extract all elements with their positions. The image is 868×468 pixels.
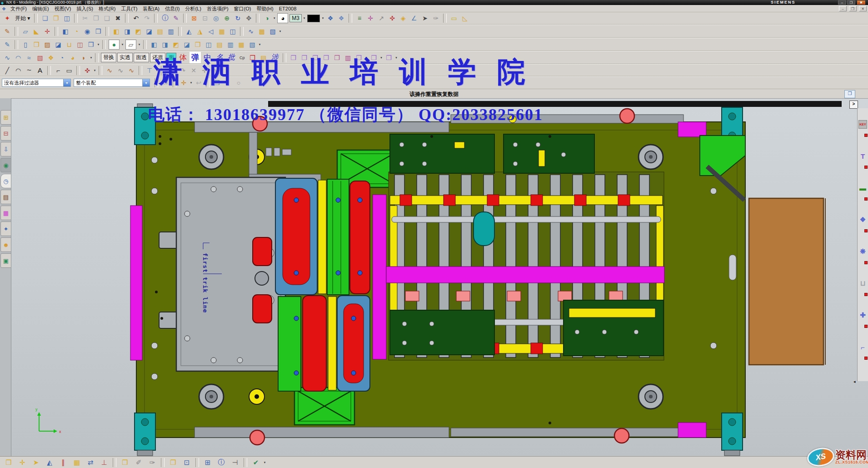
restore-toggle[interactable]: 还原 xyxy=(150,53,165,62)
undo-selection-icon[interactable]: ↩ xyxy=(193,78,204,88)
surface-icon[interactable]: ▧ xyxy=(267,26,278,36)
edit-section-icon[interactable]: ▧ xyxy=(247,40,258,50)
dropdown-arrow-icon[interactable]: ▾ xyxy=(89,56,93,60)
paste-face-icon[interactable]: ▤ xyxy=(214,40,225,50)
groove-feature-icon[interactable]: ⊔ xyxy=(64,40,75,50)
assembly-cube8-icon[interactable]: ❒ xyxy=(369,53,379,63)
line-icon[interactable]: ╱ xyxy=(2,65,13,75)
draft-icon[interactable]: ◁ xyxy=(205,26,216,36)
rotate-icon[interactable]: ↻ xyxy=(232,13,243,23)
annotate-icon[interactable]: ✎ xyxy=(170,13,181,23)
dark-green-plate[interactable] xyxy=(390,310,494,355)
wave-link-icon[interactable]: ❒ xyxy=(118,458,132,468)
ruled-surface-icon[interactable]: ◠ xyxy=(13,53,24,63)
assembly-navigator-tab[interactable]: ⊞ xyxy=(0,110,11,125)
solid-transparent-toggle[interactable]: 实透 xyxy=(117,53,133,62)
sequence-icon[interactable]: ⊡ xyxy=(180,458,194,468)
dark-green-plate[interactable] xyxy=(390,134,494,173)
menu-item-7[interactable]: 信息(I) xyxy=(162,5,182,13)
replace-component-icon[interactable]: ⇄ xyxy=(84,458,97,468)
delete-icon[interactable]: ✖ xyxy=(112,13,123,23)
revolve-icon[interactable]: ◔ xyxy=(71,26,82,36)
point-tool-icon[interactable]: ✜ xyxy=(82,65,93,75)
mdi-close-button[interactable]: ✕ xyxy=(859,6,867,11)
maximize-button[interactable]: ❐ xyxy=(847,0,855,5)
background-swatch[interactable] xyxy=(307,15,320,22)
intersect-curve-icon[interactable]: ✛ xyxy=(199,65,210,75)
dropdown-arrow-icon[interactable]: ▾ xyxy=(379,56,384,60)
trilobe-part-item[interactable]: ❋ xyxy=(858,236,868,267)
dropdown-arrow-icon[interactable]: ▾ xyxy=(394,56,399,60)
trim-body-icon[interactable]: ◪ xyxy=(144,26,155,36)
move-face-icon[interactable]: ▱ xyxy=(125,40,136,50)
center-toggle[interactable]: 中 xyxy=(202,52,213,63)
palette-tab[interactable]: ▦ xyxy=(0,206,11,220)
move-component-icon[interactable]: ➤ xyxy=(29,458,43,468)
dropdown-arrow-icon[interactable]: ▾ xyxy=(93,69,97,72)
cp-toggle[interactable]: Cp xyxy=(238,55,247,60)
show-hide-icon[interactable]: ❒ xyxy=(211,78,222,88)
sweep-icon[interactable]: ∿ xyxy=(245,26,256,36)
menu-item-6[interactable]: 装配(A) xyxy=(140,5,162,13)
window-icon[interactable]: ⊡ xyxy=(200,13,210,23)
roles-tab[interactable]: ☻ xyxy=(0,237,11,252)
rib-feature-icon[interactable]: ▨ xyxy=(42,40,53,50)
zoom-icon[interactable]: ⊕ xyxy=(221,13,232,23)
side-block[interactable] xyxy=(749,198,825,365)
project-curve-icon[interactable]: ✕ xyxy=(188,65,199,75)
pan-icon[interactable]: ✥ xyxy=(243,13,254,23)
text-icon[interactable]: A xyxy=(35,65,45,75)
protractor-icon[interactable]: ◺ xyxy=(459,13,470,23)
layer-settings-icon[interactable]: ≡ xyxy=(354,13,365,23)
assembly-cube3-icon[interactable]: ❒ xyxy=(310,53,321,63)
dropdown-arrow-icon[interactable]: ▾ xyxy=(278,30,282,33)
elbow-part-item[interactable]: ⌐ xyxy=(858,331,868,363)
vector-icon[interactable]: ↗ xyxy=(376,13,387,23)
component-info-icon[interactable]: ⓘ xyxy=(215,458,228,468)
new-view-icon[interactable]: ❖ xyxy=(325,13,336,23)
delete-face-icon[interactable]: ❒ xyxy=(192,40,203,50)
dropdown-arrow-icon[interactable]: ▾ xyxy=(263,461,267,464)
helix-icon[interactable]: ∿ xyxy=(210,65,221,75)
block-icon[interactable]: ❒ xyxy=(93,26,104,36)
left-die-plate[interactable]: first trik line xyxy=(159,177,285,371)
die-assembly[interactable]: first trik line xyxy=(130,104,825,456)
pattern-face-icon[interactable]: ▦ xyxy=(236,40,247,50)
interference-check-toggle[interactable]: 涉 xyxy=(269,52,280,63)
cut-icon[interactable]: ✂ xyxy=(80,13,90,23)
interference-cube-icon[interactable]: ❒ xyxy=(247,53,258,63)
arc-icon[interactable]: ◠ xyxy=(13,65,24,75)
add-component-icon[interactable]: ❒ xyxy=(2,458,15,468)
menu-item-5[interactable]: 工具(T) xyxy=(118,5,140,13)
select-icon[interactable]: ➤ xyxy=(419,13,430,23)
internet-tab[interactable]: ◉ xyxy=(0,158,11,172)
part-navigator-tab[interactable]: ⇩ xyxy=(0,142,11,156)
find-component-icon[interactable]: ∞ xyxy=(160,78,171,88)
key-part-item[interactable]: KEY xyxy=(858,108,868,140)
snapshot-icon[interactable]: ✑ xyxy=(430,13,441,23)
wrench-icon[interactable]: ✐ xyxy=(132,458,145,468)
lifting-lug[interactable] xyxy=(135,413,155,456)
shaded-icon[interactable]: ◕ xyxy=(277,13,288,23)
profile-icon[interactable]: ⌐ xyxy=(53,65,64,75)
measure-distance-icon[interactable]: ◈ xyxy=(398,13,409,23)
rectangle-icon[interactable]: ▭ xyxy=(64,65,75,75)
copy-face-icon[interactable]: ◫ xyxy=(203,40,214,50)
menu-item-11[interactable]: 帮助(H) xyxy=(254,5,276,13)
assembly-check-icon[interactable]: ✔ xyxy=(249,458,263,468)
menu-item-0[interactable]: 文件(F) xyxy=(8,5,30,13)
dropdown-arrow-icon[interactable]: ▾ xyxy=(321,16,325,20)
resize-face-icon[interactable]: ◩ xyxy=(170,40,181,50)
mirror-face-icon[interactable]: ▥ xyxy=(225,40,236,50)
point-icon[interactable]: ✜ xyxy=(387,13,398,23)
assembly-cube6-icon[interactable]: ▥ xyxy=(343,53,354,63)
blue-bracket-part-item[interactable]: ❖ xyxy=(858,204,868,236)
assembly-cube1-icon[interactable]: ❒ xyxy=(288,53,299,63)
extend-curve-icon[interactable]: ∿ xyxy=(126,65,137,75)
menu-item-8[interactable]: 分析(L) xyxy=(182,5,204,13)
m3-button[interactable]: M3 xyxy=(289,14,302,22)
system-materials-tab[interactable]: ▤ xyxy=(0,190,11,204)
fullscreen-toggle-icon[interactable]: ❐ xyxy=(844,90,855,98)
wireframe-icon[interactable]: ○ xyxy=(233,78,244,88)
dropdown-arrow-icon[interactable]: ▾ xyxy=(189,81,193,85)
